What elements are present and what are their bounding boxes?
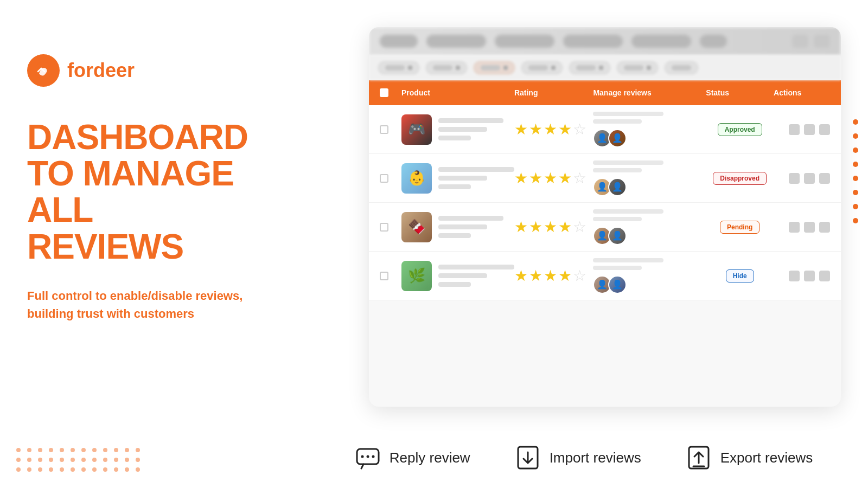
status-badge: Approved — [718, 123, 762, 136]
delete-icon[interactable] — [819, 124, 830, 135]
status-badge: Disapproved — [713, 172, 767, 185]
status-cell: Disapproved — [706, 172, 774, 185]
headline-line2: TO MANAGE ALL — [27, 156, 277, 228]
avatar-group: 👤 👤 — [593, 129, 706, 147]
filter-bar — [369, 55, 841, 80]
view-icon[interactable] — [804, 173, 815, 184]
manage-cell: 👤 👤 — [593, 112, 706, 147]
product-lines — [438, 265, 514, 287]
view-icon[interactable] — [804, 124, 815, 135]
col-rating: Rating — [514, 88, 593, 97]
table-row: 🌿 ★★★★☆ 👤 👤 Hide — [369, 252, 841, 300]
import-reviews-icon — [514, 444, 542, 472]
view-icon[interactable] — [804, 222, 815, 233]
col-manage: Manage reviews — [593, 88, 706, 97]
delete-icon[interactable] — [819, 173, 830, 184]
row-checkbox[interactable] — [380, 125, 401, 134]
actions-cell — [774, 222, 830, 233]
headline: DASHBOARD TO MANAGE ALL REVIEWS — [27, 119, 277, 265]
import-reviews-label: Import reviews — [550, 450, 641, 466]
table-header: Product Rating Manage reviews Status Act… — [369, 80, 841, 105]
edit-icon[interactable] — [789, 173, 800, 184]
status-cell: Pending — [706, 221, 774, 234]
product-lines — [438, 118, 503, 140]
manage-cell: 👤 👤 — [593, 209, 706, 245]
edit-icon[interactable] — [789, 271, 800, 281]
subtext: Full control to enable/disable reviews, … — [27, 287, 277, 323]
status-badge: Hide — [726, 269, 754, 282]
headline-line3: REVIEWS — [27, 229, 277, 265]
logo-icon — [27, 54, 60, 87]
table-row: 🎮 ★★★★☆ 👤 👤 Approved — [369, 105, 841, 154]
col-actions: Actions — [774, 88, 830, 97]
reply-review-icon — [354, 444, 382, 472]
rating-cell: ★★★★☆ — [514, 120, 593, 138]
reply-review-label: Reply review — [390, 450, 470, 466]
edit-icon[interactable] — [789, 124, 800, 135]
svg-point-3 — [366, 455, 369, 458]
avatar: 👤 — [608, 178, 627, 196]
edit-icon[interactable] — [789, 222, 800, 233]
product-thumb: 🌿 — [401, 261, 432, 291]
avatar-group: 👤 👤 — [593, 227, 706, 245]
product-thumb: 👶 — [401, 163, 432, 194]
status-badge: Pending — [720, 221, 760, 234]
product-thumb: 🍫 — [401, 212, 432, 242]
logo-area: fordeer — [27, 54, 277, 87]
col-product: Product — [401, 88, 514, 97]
actions-cell — [774, 124, 830, 135]
row-checkbox[interactable] — [380, 223, 401, 232]
product-cell: 🍫 — [401, 212, 514, 242]
rating-cell: ★★★★☆ — [514, 169, 593, 187]
delete-icon[interactable] — [819, 271, 830, 281]
right-dots-decoration — [853, 119, 858, 223]
manage-cell: 👤 👤 — [593, 160, 706, 196]
product-lines — [438, 216, 503, 238]
col-status: Status — [706, 88, 774, 97]
svg-point-4 — [372, 455, 374, 458]
rating-cell: ★★★★☆ — [514, 218, 593, 236]
avatar-group: 👤 👤 — [593, 178, 706, 196]
avatar: 👤 — [608, 275, 627, 294]
view-icon[interactable] — [804, 271, 815, 281]
fake-nav — [369, 27, 841, 55]
product-thumb: 🎮 — [401, 114, 432, 145]
status-cell: Approved — [706, 123, 774, 136]
export-reviews-button[interactable]: Export reviews — [685, 444, 813, 472]
actions-cell — [774, 271, 830, 281]
delete-icon[interactable] — [819, 222, 830, 233]
status-cell: Hide — [706, 269, 774, 282]
table-row: 👶 ★★★★☆ 👤 👤 Disapproved — [369, 154, 841, 203]
product-cell: 🎮 — [401, 114, 514, 145]
row-checkbox[interactable] — [380, 174, 401, 183]
svg-point-2 — [361, 455, 363, 458]
product-lines — [438, 167, 514, 189]
export-reviews-label: Export reviews — [720, 450, 813, 466]
avatar: 👤 — [608, 227, 627, 245]
product-cell: 👶 — [401, 163, 514, 194]
logo-text: fordeer — [67, 59, 135, 82]
dot-grid-decoration — [16, 448, 140, 472]
bottom-bar: Reply review Import reviews Export revie… — [315, 444, 852, 472]
row-checkbox[interactable] — [380, 272, 401, 280]
table-row: 🍫 ★★★★☆ 👤 👤 Pending — [369, 203, 841, 252]
avatar-group: 👤 👤 — [593, 275, 706, 294]
headline-line1: DASHBOARD — [27, 119, 277, 156]
table-body: 🎮 ★★★★☆ 👤 👤 Approved — [369, 105, 841, 300]
reply-review-button[interactable]: Reply review — [354, 444, 470, 472]
import-reviews-button[interactable]: Import reviews — [514, 444, 641, 472]
dashboard-panel: Product Rating Manage reviews Status Act… — [369, 27, 841, 407]
left-panel: fordeer DASHBOARD TO MANAGE ALL REVIEWS … — [0, 0, 304, 488]
actions-cell — [774, 173, 830, 184]
avatar: 👤 — [608, 129, 627, 147]
header-checkbox — [380, 88, 401, 97]
manage-cell: 👤 👤 — [593, 258, 706, 294]
product-cell: 🌿 — [401, 261, 514, 291]
export-reviews-icon — [685, 444, 713, 472]
rating-cell: ★★★★☆ — [514, 267, 593, 285]
